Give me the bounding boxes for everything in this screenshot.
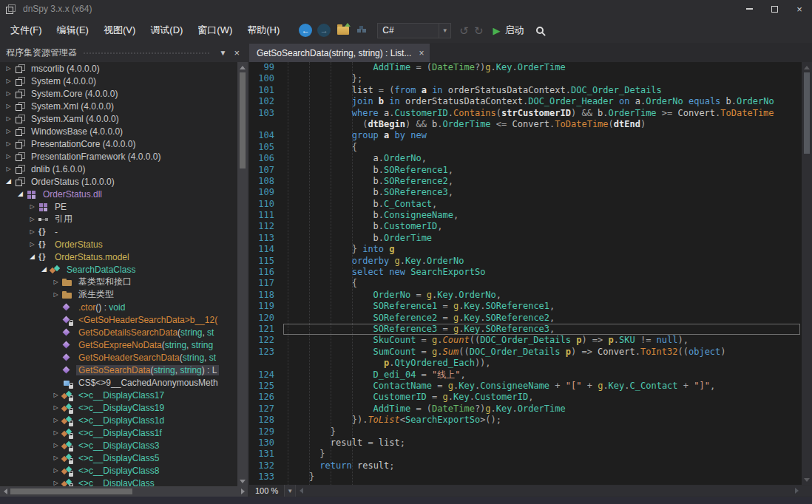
maximize-button[interactable] — [762, 0, 787, 18]
tree-item[interactable]: ▷System.Core (4.0.0.0) — [0, 87, 237, 100]
expander-expanded-icon[interactable]: ◢ — [27, 251, 38, 263]
code-line[interactable]: 113 b.OrderTime — [249, 233, 802, 244]
tree-item[interactable]: ▷PresentationCore (4.0.0.0) — [0, 137, 237, 150]
tree-item[interactable]: ▷System (4.0.0.0) — [0, 75, 237, 87]
tree-item[interactable]: ▷- — [0, 225, 237, 238]
code-line[interactable]: 129 } — [249, 426, 802, 437]
open-file-button[interactable] — [337, 27, 349, 35]
code-line[interactable]: 121 SOReference3 = g.Key.SOReference3, — [249, 324, 802, 335]
code-line[interactable]: 109 b.SOReference3, — [249, 187, 802, 198]
expander-expanded-icon[interactable]: ◢ — [15, 188, 26, 200]
editor-horizontal-scrollbar[interactable] — [296, 486, 802, 496]
tree-item[interactable]: <GetSoHeaderSearchData>b__12( — [0, 313, 237, 326]
expander-collapsed-icon[interactable]: ▷ — [3, 100, 14, 112]
code-line[interactable]: 119 SOReference1 = g.Key.SOReference1, — [249, 301, 802, 312]
start-debug-button[interactable]: ▶ 启动 — [493, 24, 524, 37]
tab-close-icon[interactable]: × — [419, 49, 424, 58]
code-line[interactable]: 116 select new SearchExportSo — [249, 267, 802, 278]
scroll-right-icon[interactable] — [237, 486, 248, 497]
tree-horizontal-scrollbar[interactable] — [0, 486, 248, 497]
code-line[interactable]: 115 orderby g.Key.OrderNo — [249, 256, 802, 267]
expander-collapsed-icon[interactable]: ▷ — [50, 426, 61, 439]
tree-vscroll-thumb[interactable] — [240, 72, 246, 168]
expander-collapsed-icon[interactable]: ▷ — [3, 150, 14, 163]
code-line[interactable]: 112 b.CustomerID, — [249, 221, 802, 232]
expander-collapsed-icon[interactable]: ▷ — [50, 288, 61, 301]
tree-item[interactable]: ▷<>c__DisplayClass1d — [0, 414, 237, 426]
expander-collapsed-icon[interactable]: ▷ — [50, 452, 61, 464]
expander-expanded-icon[interactable]: ◢ — [3, 175, 14, 188]
tree-item[interactable]: ▷WindowsBase (4.0.0.0) — [0, 125, 237, 137]
code-line[interactable]: 120 SOReference2 = g.Key.SOReference2, — [249, 313, 802, 324]
zoom-select[interactable]: 100 % ▼ — [249, 485, 296, 497]
code-line[interactable]: 104 group a by new — [249, 130, 802, 141]
minimize-button[interactable] — [737, 0, 762, 18]
tree-item[interactable]: ▷派生类型 — [0, 288, 237, 301]
code-line[interactable]: 102 join b in orderStatusDataContext.DOC… — [249, 96, 802, 107]
menu-item[interactable]: 调试(D) — [143, 21, 190, 40]
code-line[interactable]: 99 AddTime = (DateTime?)g.Key.OrderTime — [249, 62, 802, 73]
scroll-up-icon[interactable] — [237, 62, 248, 72]
code-line[interactable]: p.QtyOrdered_Each)), — [249, 358, 802, 369]
panel-drag-handle[interactable] — [83, 51, 210, 55]
code-line[interactable]: 128 }).ToList<SearchExportSo>(); — [249, 415, 802, 426]
tree-item[interactable]: ▷<>c__DisplayClass17 — [0, 389, 237, 401]
code-line[interactable]: 125 ContactName = g.Key.ConsigneeName + … — [249, 381, 802, 392]
expander-collapsed-icon[interactable]: ▷ — [3, 87, 14, 100]
chevron-down-icon[interactable]: ▼ — [284, 485, 295, 497]
expander-collapsed-icon[interactable]: ▷ — [27, 225, 38, 238]
expander-collapsed-icon[interactable]: ▷ — [27, 213, 38, 225]
scroll-left-icon[interactable] — [296, 488, 306, 494]
code-line[interactable]: 133 } — [249, 471, 802, 483]
expander-collapsed-icon[interactable]: ▷ — [3, 112, 14, 125]
tree-item[interactable]: GetSoSearchData(string, string) : L — [0, 364, 237, 376]
tree-item[interactable]: ▷System.Xaml (4.0.0.0) — [0, 112, 237, 125]
code-line[interactable]: 132 return result; — [249, 460, 802, 471]
tab-getsosearchdata[interactable]: GetSoSearchData(string, string) : List..… — [249, 44, 430, 62]
scroll-up-icon[interactable] — [802, 62, 812, 72]
code-line[interactable]: 100 }; — [249, 73, 802, 84]
tree-item[interactable]: ▷OrderStatus — [0, 238, 237, 251]
language-select[interactable]: C# ▼ — [377, 23, 451, 38]
tree-item[interactable]: GetSoHeaderSearchData(string, st — [0, 351, 237, 364]
tree-item[interactable]: ▷<>c__DisplayClass5 — [0, 452, 237, 464]
code-line[interactable]: 111 b.ConsigneeName, — [249, 210, 802, 221]
expander-expanded-icon[interactable]: ◢ — [38, 263, 50, 276]
code-line[interactable]: 117 { — [249, 278, 802, 289]
menu-item[interactable]: 视图(V) — [96, 21, 143, 40]
tree-item[interactable]: ▷<>c__DisplayClass8 — [0, 464, 237, 477]
search-icon[interactable] — [536, 27, 544, 34]
navigate-back-button[interactable]: ← — [299, 24, 312, 37]
tree-item[interactable]: ▷<>c__DisplayClass3 — [0, 439, 237, 452]
expander-collapsed-icon[interactable]: ▷ — [50, 276, 61, 288]
tree-item[interactable]: ▷基类型和接口 — [0, 276, 237, 288]
modules-icon[interactable] — [357, 26, 368, 35]
editor-vscroll-thumb[interactable] — [804, 72, 810, 154]
menu-item[interactable]: 帮助(H) — [240, 21, 287, 40]
menu-item[interactable]: 窗口(W) — [190, 21, 240, 40]
tree-item[interactable]: ◢OrderStatus (1.0.0.0) — [0, 175, 237, 188]
chevron-down-icon[interactable]: ▼ — [439, 24, 450, 38]
tree-item[interactable]: ▷<>c__DisplayClass19 — [0, 401, 237, 414]
expander-collapsed-icon[interactable]: ▷ — [3, 163, 14, 175]
expander-collapsed-icon[interactable]: ▷ — [27, 238, 38, 251]
tree-item[interactable]: CS$<>9__CachedAnonymousMeth — [0, 376, 237, 389]
scroll-left-icon[interactable] — [0, 486, 10, 497]
expander-collapsed-icon[interactable]: ▷ — [50, 414, 61, 426]
scroll-down-icon[interactable] — [802, 474, 812, 485]
code-line[interactable]: 114 } into g — [249, 244, 802, 255]
tree-item[interactable]: ◢SearchDataClass — [0, 263, 237, 276]
tree-item[interactable]: ▷dnlib (1.6.0.0) — [0, 163, 237, 175]
scroll-right-icon[interactable] — [791, 488, 802, 494]
tree-item[interactable]: ▷PE — [0, 200, 237, 213]
expander-collapsed-icon[interactable]: ▷ — [3, 125, 14, 137]
expander-collapsed-icon[interactable]: ▷ — [3, 62, 14, 75]
expander-collapsed-icon[interactable]: ▷ — [50, 401, 61, 414]
undo-button[interactable]: ↺ — [459, 25, 469, 36]
tree-hscroll-thumb[interactable] — [10, 488, 132, 494]
code-editor[interactable]: 99 AddTime = (DateTime?)g.Key.OrderTime1… — [249, 62, 802, 485]
code-line[interactable]: 126 CustomerID = g.Key.CustomerID, — [249, 392, 802, 403]
tree-item[interactable]: ▷mscorlib (4.0.0.0) — [0, 62, 237, 75]
code-line[interactable]: 106 a.OrderNo, — [249, 153, 802, 164]
code-line[interactable]: 123 SumCount = g.Sum((DOC_Order_Details … — [249, 347, 802, 358]
